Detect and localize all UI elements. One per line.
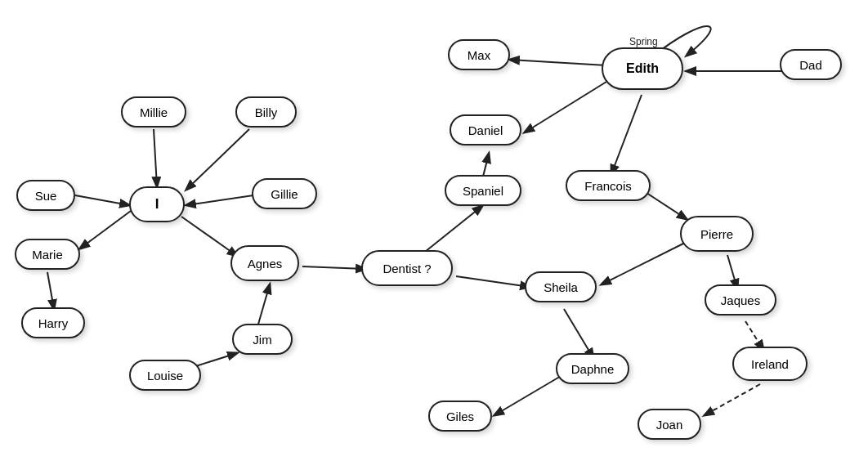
node-marie[interactable]: Marie — [15, 239, 80, 270]
svg-line-23 — [745, 321, 763, 350]
svg-line-22 — [705, 384, 760, 415]
svg-line-20 — [564, 309, 593, 358]
svg-line-2 — [186, 129, 249, 190]
spring-label: Spring — [629, 36, 658, 47]
svg-line-6 — [181, 217, 237, 256]
svg-line-15 — [611, 95, 642, 174]
svg-line-18 — [456, 276, 530, 287]
node-daphne[interactable]: Daphne — [556, 353, 629, 384]
node-I[interactable]: I — [129, 186, 185, 222]
svg-line-5 — [47, 272, 54, 309]
node-millie[interactable]: Millie — [121, 96, 186, 128]
svg-line-17 — [727, 255, 737, 289]
node-giles[interactable]: Giles — [428, 401, 492, 432]
svg-line-19 — [602, 242, 687, 284]
node-spaniel[interactable]: Spaniel — [445, 175, 521, 206]
node-louise[interactable]: Louise — [129, 360, 201, 391]
node-daniel[interactable]: Daniel — [450, 114, 521, 145]
node-billy[interactable]: Billy — [235, 96, 297, 128]
graph-container: Sue Millie Billy I Gillie Marie Harry Ag… — [0, 0, 868, 470]
node-sue[interactable]: Sue — [16, 180, 75, 211]
node-edith[interactable]: Edith — [602, 47, 683, 90]
svg-line-21 — [494, 375, 562, 415]
svg-line-3 — [186, 195, 253, 205]
svg-line-4 — [80, 211, 131, 248]
node-agnes[interactable]: Agnes — [230, 245, 299, 281]
node-ireland[interactable]: Ireland — [732, 347, 808, 381]
svg-line-8 — [257, 284, 270, 327]
node-dentist[interactable]: Dentist ? — [361, 250, 453, 286]
svg-line-0 — [75, 195, 129, 205]
svg-line-7 — [302, 266, 365, 269]
node-dad[interactable]: Dad — [780, 49, 842, 80]
svg-line-12 — [525, 82, 606, 132]
node-max[interactable]: Max — [448, 39, 510, 70]
svg-line-1 — [154, 129, 157, 186]
node-jim[interactable]: Jim — [232, 324, 293, 355]
node-francois[interactable]: Francois — [566, 170, 651, 201]
node-gillie[interactable]: Gillie — [252, 178, 317, 209]
node-harry[interactable]: Harry — [21, 307, 85, 338]
svg-line-13 — [510, 60, 606, 65]
node-sheila[interactable]: Sheila — [525, 271, 597, 302]
node-joan[interactable]: Joan — [638, 409, 701, 440]
node-jaques[interactable]: Jaques — [705, 284, 776, 316]
node-pierre[interactable]: Pierre — [680, 216, 754, 252]
svg-line-16 — [644, 191, 687, 219]
